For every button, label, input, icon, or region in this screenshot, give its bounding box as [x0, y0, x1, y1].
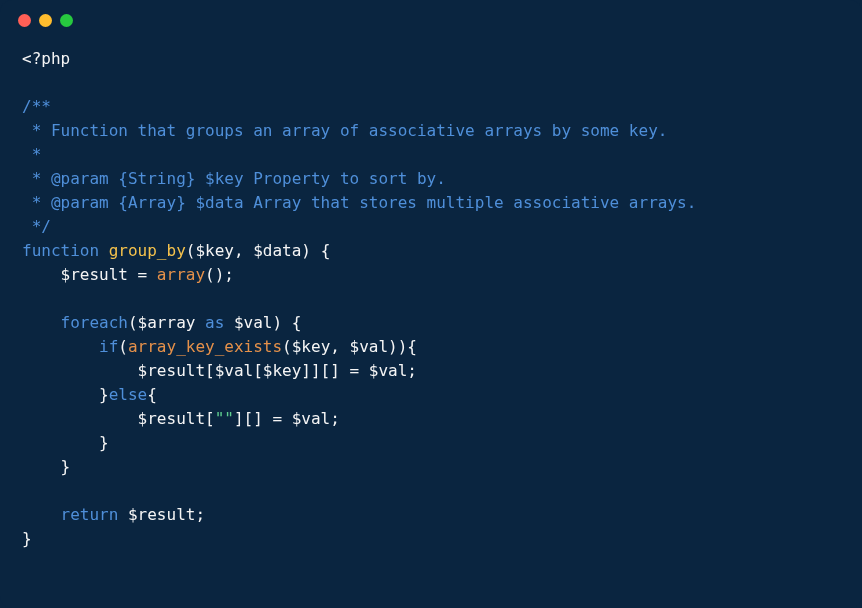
code-token	[22, 337, 99, 356]
code-line: }else{	[22, 383, 840, 407]
code-line	[22, 71, 840, 95]
code-token: $val) {	[224, 313, 301, 332]
code-line: return $result;	[22, 503, 840, 527]
code-token: ][] = $val;	[234, 409, 340, 428]
code-token: */	[22, 217, 51, 236]
code-line: * Function that groups an array of assoc…	[22, 119, 840, 143]
code-line	[22, 479, 840, 503]
code-token: ();	[205, 265, 234, 284]
code-line: *	[22, 143, 840, 167]
code-token: * Function that groups an array of assoc…	[22, 121, 667, 140]
code-token: $result =	[22, 265, 157, 284]
code-line: $result[""][] = $val;	[22, 407, 840, 431]
code-token	[99, 241, 109, 260]
code-token: <?php	[22, 49, 70, 68]
code-token: array	[157, 265, 205, 284]
code-token: ""	[215, 409, 234, 428]
close-icon[interactable]	[18, 14, 31, 27]
code-line: /**	[22, 95, 840, 119]
minimize-icon[interactable]	[39, 14, 52, 27]
code-token: group_by	[109, 241, 186, 260]
code-line: }	[22, 455, 840, 479]
code-token: array_key_exists	[128, 337, 282, 356]
code-line: */	[22, 215, 840, 239]
code-token: ($key, $val)){	[282, 337, 417, 356]
code-token: $result;	[118, 505, 205, 524]
code-line: function group_by($key, $data) {	[22, 239, 840, 263]
code-line: $result[$val[$key]][] = $val;	[22, 359, 840, 383]
code-line: <?php	[22, 47, 840, 71]
code-token: if	[99, 337, 118, 356]
maximize-icon[interactable]	[60, 14, 73, 27]
code-token: }	[22, 529, 32, 548]
code-token: {	[147, 385, 157, 404]
code-window: <?php /** * Function that groups an arra…	[0, 0, 862, 608]
code-token: * @param {String} $key Property to sort …	[22, 169, 446, 188]
code-token: as	[205, 313, 224, 332]
window-titlebar	[0, 0, 862, 41]
code-token: }	[22, 385, 109, 404]
code-token: *	[22, 145, 41, 164]
code-line	[22, 287, 840, 311]
code-line: foreach($array as $val) {	[22, 311, 840, 335]
code-token	[22, 313, 61, 332]
code-token: foreach	[61, 313, 128, 332]
code-token: }	[22, 433, 109, 452]
code-token: $result[$val[$key]][] = $val;	[22, 361, 417, 380]
code-token: /**	[22, 97, 51, 116]
code-token: * @param {Array} $data Array that stores…	[22, 193, 696, 212]
code-line: }	[22, 527, 840, 551]
code-line: * @param {String} $key Property to sort …	[22, 167, 840, 191]
code-token: else	[109, 385, 148, 404]
code-token: ($key, $data) {	[186, 241, 331, 260]
code-token: return	[61, 505, 119, 524]
code-token: (	[118, 337, 128, 356]
code-token: ($array	[128, 313, 205, 332]
code-token	[22, 505, 61, 524]
code-line: * @param {Array} $data Array that stores…	[22, 191, 840, 215]
code-block: <?php /** * Function that groups an arra…	[0, 41, 862, 571]
code-line: $result = array();	[22, 263, 840, 287]
code-line: if(array_key_exists($key, $val)){	[22, 335, 840, 359]
code-token: $result[	[22, 409, 215, 428]
code-token: function	[22, 241, 99, 260]
code-token: }	[22, 457, 70, 476]
code-line: }	[22, 431, 840, 455]
